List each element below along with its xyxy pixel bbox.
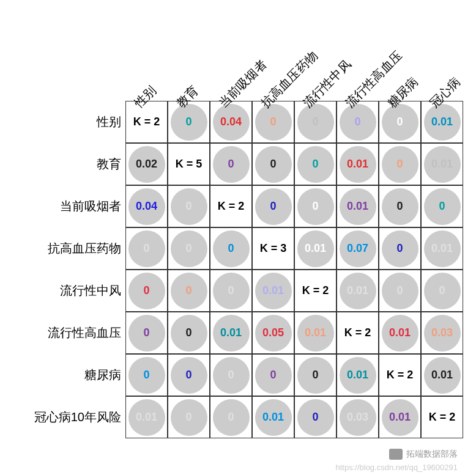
matrix-cell: 0	[168, 270, 210, 312]
matrix-cell: 0	[168, 396, 210, 438]
row-label: 教育	[97, 143, 121, 185]
matrix-cell: 0	[210, 396, 252, 438]
matrix-cell: K = 3	[252, 227, 294, 270]
matrix-circle: 0	[128, 315, 165, 352]
matrix-cell: 0	[379, 185, 421, 227]
matrix-cell: 0.01	[125, 396, 168, 438]
matrix-cell: 0	[125, 270, 168, 312]
row-label: 抗高血压药物	[48, 227, 121, 270]
matrix-cell: 0	[252, 185, 294, 227]
matrix-cell: 0	[379, 270, 421, 312]
matrix-circle: 0	[171, 357, 207, 394]
matrix-cell: 0	[379, 227, 421, 270]
matrix-cell: 0	[125, 354, 168, 396]
matrix-circle: 0	[382, 188, 418, 225]
matrix-cell: 0.05	[252, 312, 294, 354]
matrix-cell: 0	[294, 354, 337, 396]
watermark-url: https://blog.csdn.net/qq_19600291	[336, 463, 458, 472]
matrix-cell: 0.01	[337, 270, 379, 312]
matrix-cell: 0	[125, 312, 168, 354]
matrix-circle: 0.04	[213, 104, 250, 141]
matrix-circle: 0	[128, 273, 165, 309]
matrix-circle: 0.02	[128, 146, 165, 183]
matrix-cell: K = 2	[294, 270, 337, 312]
matrix-circle: 0	[255, 146, 292, 183]
matrix-cell: 0.01	[421, 354, 463, 396]
matrix-circle: 0	[255, 188, 292, 225]
matrix-circle: 0	[382, 146, 418, 183]
matrix-cell: 0	[210, 354, 252, 396]
matrix-cell: 0	[168, 185, 210, 227]
row-label: 糖尿病	[84, 354, 121, 396]
matrix-circle: 0.01	[340, 146, 376, 183]
matrix-circle: 0	[171, 315, 207, 352]
matrix-circle: 0	[171, 230, 207, 267]
matrix-circle: 0	[213, 230, 250, 267]
matrix-cell: 0	[210, 270, 252, 312]
matrix-circle: 0	[424, 273, 461, 309]
matrix-cell: K = 2	[337, 312, 379, 354]
matrix-circle: 0	[382, 104, 418, 141]
matrix-circle: 0	[128, 230, 165, 267]
watermark-wechat: 拓端数据部落	[389, 449, 458, 460]
matrix-cell: 0.01	[337, 185, 379, 227]
matrix-circle: 0.01	[382, 399, 418, 436]
matrix-cell: 0	[421, 270, 463, 312]
matrix-circle: 0.01	[340, 357, 376, 394]
matrix-cell: 0	[210, 227, 252, 270]
matrix-cell: 0	[294, 185, 337, 227]
matrix-circle: 0	[297, 357, 334, 394]
matrix-circle: 0.01	[340, 188, 376, 225]
matrix-cell: 0.01	[294, 312, 337, 354]
matrix-circle: 0.01	[340, 273, 376, 309]
row-label: 性别	[97, 101, 121, 143]
matrix-cell: 0	[294, 143, 337, 185]
matrix-circle: 0	[213, 357, 250, 394]
matrix-cell: 0.03	[337, 396, 379, 438]
matrix-cell: 0.03	[421, 312, 463, 354]
matrix-circle: 0.01	[424, 357, 461, 394]
matrix-circle: 0.01	[128, 399, 165, 436]
matrix-circle: 0	[382, 230, 418, 267]
matrix-cell: 0.01	[379, 396, 421, 438]
matrix-circle: 0.01	[382, 315, 418, 352]
matrix-circle: 0	[255, 357, 292, 394]
matrix-cell: 0	[252, 143, 294, 185]
matrix-circle: 0	[171, 104, 207, 141]
matrix-circle: 0.01	[424, 146, 461, 183]
matrix-cell: 0.01	[421, 143, 463, 185]
matrix-cell: 0	[252, 354, 294, 396]
matrix-circle: 0	[340, 104, 376, 141]
matrix-cell: 0	[168, 312, 210, 354]
matrix-circle: 0	[297, 399, 334, 436]
matrix-cell: 0.07	[337, 227, 379, 270]
matrix-circle: 0.04	[128, 188, 165, 225]
matrix-cell: 0.01	[421, 227, 463, 270]
watermark-text: 拓端数据部落	[406, 449, 458, 460]
matrix-cell: 0.01	[294, 227, 337, 270]
matrix-cell: 0	[168, 227, 210, 270]
matrix-circle: 0.01	[297, 230, 334, 267]
matrix-cell: 0	[294, 396, 337, 438]
matrix-circle: 0.03	[424, 315, 461, 352]
matrix-cell: 0.01	[379, 312, 421, 354]
row-label: 冠心病10年风险	[34, 396, 121, 438]
matrix-cell: 0	[379, 143, 421, 185]
row-label: 流行性高血压	[48, 312, 121, 354]
row-label: 流行性中风	[60, 270, 121, 312]
matrix-cell: 0.02	[125, 143, 168, 185]
matrix-circle: 0	[213, 146, 250, 183]
matrix-cell: 0	[421, 185, 463, 227]
matrix-cell: 0.01	[337, 143, 379, 185]
matrix-circle: 0	[171, 399, 207, 436]
matrix-cell: 0.01	[337, 354, 379, 396]
matrix-cell: K = 2	[379, 354, 421, 396]
matrix-circle: 0.01	[424, 104, 461, 141]
matrix-cell: 0	[125, 227, 168, 270]
matrix-cell: 0.04	[125, 185, 168, 227]
matrix-circle: 0.01	[255, 399, 292, 436]
matrix-circle: 0	[213, 399, 250, 436]
correlation-matrix-chart: K = 200.0400000.010.02K = 50000.0100.010…	[0, 0, 476, 475]
matrix-circle: 0	[171, 188, 207, 225]
matrix-cell: 0	[168, 354, 210, 396]
